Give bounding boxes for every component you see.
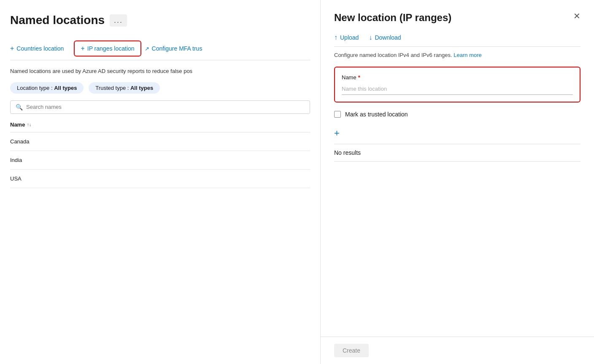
action-bar: + Countries location + IP ranges locatio… <box>10 40 310 60</box>
search-bar: 🔍 <box>10 100 310 114</box>
countries-location-label: Countries location <box>16 45 64 52</box>
panel-footer: Create <box>321 337 594 364</box>
create-button[interactable]: Create <box>334 344 369 357</box>
upload-button[interactable]: ↑ Upload <box>334 34 359 41</box>
plus-icon-2: + <box>81 45 84 52</box>
panel-header: New location (IP ranges) ✕ <box>334 12 580 24</box>
upload-icon: ↑ <box>334 34 338 41</box>
external-link-icon: ↗ <box>145 46 149 52</box>
table-row[interactable]: Canada <box>10 132 310 151</box>
panel-action-bar: ↑ Upload ↓ Download <box>334 34 580 47</box>
location-type-filter[interactable]: Location type : All types <box>10 82 84 94</box>
location-type-value: All types <box>54 85 77 91</box>
panel-title: New location (IP ranges) <box>334 12 451 24</box>
name-form-section: Name * <box>334 67 580 102</box>
table-header: Name ↑↓ <box>10 117 310 132</box>
table-body: Canada India USA <box>10 132 310 188</box>
location-type-label: Location type : <box>17 85 54 91</box>
name-form-label: Name * <box>342 74 573 81</box>
trusted-type-value: All types <box>130 85 153 91</box>
download-button[interactable]: ↓ Download <box>369 34 401 41</box>
trusted-type-filter[interactable]: Trusted type : All types <box>89 82 160 94</box>
configure-mfa-label: Configure MFA trus <box>152 45 202 52</box>
download-icon: ↓ <box>369 34 372 41</box>
upload-label: Upload <box>340 34 359 41</box>
ip-ranges-location-button[interactable]: + IP ranges location <box>74 40 141 57</box>
table-row[interactable]: India <box>10 151 310 170</box>
sort-arrows-icon[interactable]: ↑↓ <box>27 122 31 127</box>
search-icon: 🔍 <box>16 104 23 111</box>
trusted-location-checkbox[interactable] <box>334 111 341 118</box>
more-button[interactable]: ... <box>110 14 127 27</box>
right-panel: New location (IP ranges) ✕ ↑ Upload ↓ Do… <box>321 0 594 364</box>
ip-ranges-location-label: IP ranges location <box>87 45 135 52</box>
page-title: Named locations <box>10 13 105 27</box>
title-row: Named locations ... <box>10 13 310 27</box>
trusted-location-row: Mark as trusted location <box>334 111 580 118</box>
trusted-type-label: Trusted type : <box>95 85 130 91</box>
required-indicator: * <box>358 74 360 81</box>
countries-location-button[interactable]: + Countries location <box>10 40 70 57</box>
no-results: No results <box>334 144 580 162</box>
description-text: Named locations are used by Azure AD sec… <box>10 67 310 75</box>
download-label: Download <box>375 34 401 41</box>
plus-icon: + <box>10 45 14 52</box>
learn-more-link[interactable]: Learn more <box>454 52 481 58</box>
configure-mfa-button[interactable]: ↗ Configure MFA trus <box>145 41 209 56</box>
name-column-header: Name ↑↓ <box>10 121 31 128</box>
config-text: Configure named location IPv4 and IPv6 r… <box>334 52 580 58</box>
left-panel: Named locations ... + Countries location… <box>0 0 321 364</box>
close-button[interactable]: ✕ <box>573 12 580 20</box>
trusted-location-label: Mark as trusted location <box>345 111 408 118</box>
name-input[interactable] <box>342 83 573 95</box>
filter-bar: Location type : All types Trusted type :… <box>10 82 310 94</box>
add-range-button[interactable]: + <box>334 128 340 139</box>
table-row[interactable]: USA <box>10 170 310 188</box>
search-input[interactable] <box>26 104 305 110</box>
